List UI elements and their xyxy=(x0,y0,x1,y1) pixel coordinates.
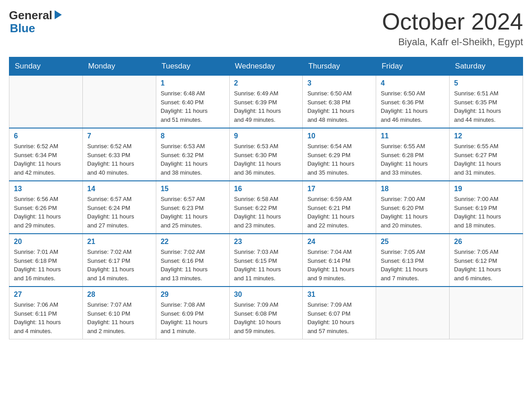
day-info: Sunrise: 6:48 AM Sunset: 6:40 PM Dayligh… xyxy=(161,89,225,124)
day-info: Sunrise: 7:00 AM Sunset: 6:20 PM Dayligh… xyxy=(381,195,445,230)
day-number: 17 xyxy=(307,185,371,193)
column-header-monday: Monday xyxy=(82,57,156,76)
day-number: 29 xyxy=(161,291,225,299)
calendar-cell: 15Sunrise: 6:57 AM Sunset: 6:23 PM Dayli… xyxy=(156,181,229,234)
logo: General Blue xyxy=(9,9,62,34)
calendar-week-row: 20Sunrise: 7:01 AM Sunset: 6:18 PM Dayli… xyxy=(9,234,523,287)
day-number: 18 xyxy=(381,185,445,193)
calendar-cell: 23Sunrise: 7:03 AM Sunset: 6:15 PM Dayli… xyxy=(229,234,303,287)
day-number: 24 xyxy=(307,238,371,246)
day-info: Sunrise: 6:50 AM Sunset: 6:38 PM Dayligh… xyxy=(307,89,371,124)
day-info: Sunrise: 7:01 AM Sunset: 6:18 PM Dayligh… xyxy=(14,248,78,283)
calendar-table: SundayMondayTuesdayWednesdayThursdayFrid… xyxy=(9,57,523,339)
logo-general-text: General xyxy=(9,9,52,22)
calendar-cell: 25Sunrise: 7:05 AM Sunset: 6:13 PM Dayli… xyxy=(376,234,450,287)
day-info: Sunrise: 6:58 AM Sunset: 6:22 PM Dayligh… xyxy=(234,195,298,230)
day-info: Sunrise: 7:04 AM Sunset: 6:14 PM Dayligh… xyxy=(307,248,371,283)
day-info: Sunrise: 6:55 AM Sunset: 6:27 PM Dayligh… xyxy=(454,142,518,177)
day-info: Sunrise: 6:54 AM Sunset: 6:29 PM Dayligh… xyxy=(307,142,371,177)
day-number: 23 xyxy=(234,238,298,246)
day-info: Sunrise: 7:02 AM Sunset: 6:17 PM Dayligh… xyxy=(87,248,151,283)
day-info: Sunrise: 6:52 AM Sunset: 6:33 PM Dayligh… xyxy=(87,142,151,177)
day-number: 5 xyxy=(454,79,518,87)
day-info: Sunrise: 7:09 AM Sunset: 6:08 PM Dayligh… xyxy=(234,300,298,335)
day-info: Sunrise: 6:50 AM Sunset: 6:36 PM Dayligh… xyxy=(381,89,445,124)
day-number: 10 xyxy=(307,132,371,140)
calendar-cell: 20Sunrise: 7:01 AM Sunset: 6:18 PM Dayli… xyxy=(9,234,83,287)
column-header-tuesday: Tuesday xyxy=(156,57,229,76)
location-text: Biyala, Kafr el-Sheikh, Egypt xyxy=(382,36,523,48)
day-number: 26 xyxy=(454,238,518,246)
page-header: General Blue October 2024 Biyala, Kafr e… xyxy=(9,9,523,48)
calendar-week-row: 1Sunrise: 6:48 AM Sunset: 6:40 PM Daylig… xyxy=(9,76,523,128)
day-info: Sunrise: 7:05 AM Sunset: 6:12 PM Dayligh… xyxy=(454,248,518,283)
day-info: Sunrise: 6:59 AM Sunset: 6:21 PM Dayligh… xyxy=(307,195,371,230)
day-number: 25 xyxy=(381,238,445,246)
calendar-cell: 17Sunrise: 6:59 AM Sunset: 6:21 PM Dayli… xyxy=(303,181,376,234)
title-section: October 2024 Biyala, Kafr el-Sheikh, Egy… xyxy=(382,9,523,48)
day-info: Sunrise: 7:00 AM Sunset: 6:19 PM Dayligh… xyxy=(454,195,518,230)
calendar-cell: 4Sunrise: 6:50 AM Sunset: 6:36 PM Daylig… xyxy=(376,76,450,128)
calendar-cell: 18Sunrise: 7:00 AM Sunset: 6:20 PM Dayli… xyxy=(376,181,450,234)
calendar-cell: 30Sunrise: 7:09 AM Sunset: 6:08 PM Dayli… xyxy=(229,287,303,339)
day-number: 9 xyxy=(234,132,298,140)
day-info: Sunrise: 6:56 AM Sunset: 6:26 PM Dayligh… xyxy=(14,195,78,230)
calendar-cell xyxy=(82,76,156,128)
day-info: Sunrise: 6:57 AM Sunset: 6:23 PM Dayligh… xyxy=(161,195,225,230)
logo-blue-text: Blue xyxy=(9,22,62,35)
day-number: 12 xyxy=(454,132,518,140)
day-number: 22 xyxy=(161,238,225,246)
calendar-week-row: 6Sunrise: 6:52 AM Sunset: 6:34 PM Daylig… xyxy=(9,128,523,181)
calendar-cell: 11Sunrise: 6:55 AM Sunset: 6:28 PM Dayli… xyxy=(376,128,450,181)
day-number: 30 xyxy=(234,291,298,299)
day-info: Sunrise: 7:06 AM Sunset: 6:11 PM Dayligh… xyxy=(14,300,78,335)
calendar-cell: 26Sunrise: 7:05 AM Sunset: 6:12 PM Dayli… xyxy=(450,234,523,287)
day-number: 7 xyxy=(87,132,151,140)
day-number: 8 xyxy=(161,132,225,140)
day-info: Sunrise: 7:09 AM Sunset: 6:07 PM Dayligh… xyxy=(307,300,371,335)
day-number: 19 xyxy=(454,185,518,193)
calendar-cell xyxy=(450,287,523,339)
day-info: Sunrise: 6:53 AM Sunset: 6:32 PM Dayligh… xyxy=(161,142,225,177)
day-number: 6 xyxy=(14,132,78,140)
day-number: 31 xyxy=(307,291,371,299)
calendar-cell xyxy=(376,287,450,339)
calendar-cell: 2Sunrise: 6:49 AM Sunset: 6:39 PM Daylig… xyxy=(229,76,303,128)
calendar-cell: 7Sunrise: 6:52 AM Sunset: 6:33 PM Daylig… xyxy=(82,128,156,181)
day-info: Sunrise: 6:52 AM Sunset: 6:34 PM Dayligh… xyxy=(14,142,78,177)
day-info: Sunrise: 6:57 AM Sunset: 6:24 PM Dayligh… xyxy=(87,195,151,230)
day-info: Sunrise: 6:51 AM Sunset: 6:35 PM Dayligh… xyxy=(454,89,518,124)
calendar-cell: 22Sunrise: 7:02 AM Sunset: 6:16 PM Dayli… xyxy=(156,234,229,287)
column-header-wednesday: Wednesday xyxy=(229,57,303,76)
day-number: 15 xyxy=(161,185,225,193)
calendar-cell xyxy=(9,76,83,128)
calendar-cell: 28Sunrise: 7:07 AM Sunset: 6:10 PM Dayli… xyxy=(82,287,156,339)
calendar-cell: 1Sunrise: 6:48 AM Sunset: 6:40 PM Daylig… xyxy=(156,76,229,128)
day-info: Sunrise: 6:55 AM Sunset: 6:28 PM Dayligh… xyxy=(381,142,445,177)
calendar-header-row: SundayMondayTuesdayWednesdayThursdayFrid… xyxy=(9,57,523,76)
day-number: 3 xyxy=(307,79,371,87)
day-number: 11 xyxy=(381,132,445,140)
column-header-thursday: Thursday xyxy=(303,57,376,76)
day-number: 4 xyxy=(381,79,445,87)
calendar-week-row: 13Sunrise: 6:56 AM Sunset: 6:26 PM Dayli… xyxy=(9,181,523,234)
calendar-cell: 14Sunrise: 6:57 AM Sunset: 6:24 PM Dayli… xyxy=(82,181,156,234)
day-number: 13 xyxy=(14,185,78,193)
column-header-sunday: Sunday xyxy=(9,57,83,76)
calendar-cell: 10Sunrise: 6:54 AM Sunset: 6:29 PM Dayli… xyxy=(303,128,376,181)
column-header-friday: Friday xyxy=(376,57,450,76)
calendar-cell: 9Sunrise: 6:53 AM Sunset: 6:30 PM Daylig… xyxy=(229,128,303,181)
day-info: Sunrise: 7:07 AM Sunset: 6:10 PM Dayligh… xyxy=(87,300,151,335)
calendar-cell: 19Sunrise: 7:00 AM Sunset: 6:19 PM Dayli… xyxy=(450,181,523,234)
calendar-cell: 5Sunrise: 6:51 AM Sunset: 6:35 PM Daylig… xyxy=(450,76,523,128)
day-number: 20 xyxy=(14,238,78,246)
calendar-cell: 29Sunrise: 7:08 AM Sunset: 6:09 PM Dayli… xyxy=(156,287,229,339)
day-number: 2 xyxy=(234,79,298,87)
day-info: Sunrise: 6:49 AM Sunset: 6:39 PM Dayligh… xyxy=(234,89,298,124)
day-number: 16 xyxy=(234,185,298,193)
day-number: 27 xyxy=(14,291,78,299)
day-number: 28 xyxy=(87,291,151,299)
calendar-cell: 24Sunrise: 7:04 AM Sunset: 6:14 PM Dayli… xyxy=(303,234,376,287)
day-info: Sunrise: 7:03 AM Sunset: 6:15 PM Dayligh… xyxy=(234,248,298,283)
day-info: Sunrise: 6:53 AM Sunset: 6:30 PM Dayligh… xyxy=(234,142,298,177)
